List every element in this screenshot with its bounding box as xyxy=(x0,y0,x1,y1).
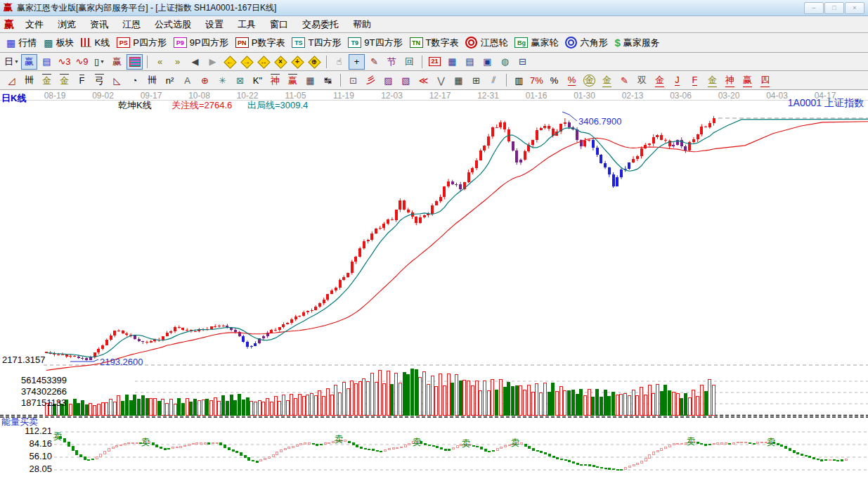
menu-item-2[interactable]: 浏览 xyxy=(51,17,83,32)
candle-style-icon[interactable]: ▯▼ xyxy=(91,54,108,70)
crosshair-icon[interactable]: + xyxy=(349,54,365,70)
gann-node-icon[interactable]: 节 xyxy=(384,54,400,70)
t-table-button[interactable]: TNT数字表 xyxy=(410,37,459,49)
target-cross-icon[interactable]: ⊕ xyxy=(197,72,213,88)
expand-x-icon[interactable]: ↔ xyxy=(256,54,271,70)
fan-box-1-icon[interactable]: ▨ xyxy=(380,72,396,88)
winner-wheel-button[interactable]: Bg赢家轮 xyxy=(514,37,558,49)
shen-grid-icon[interactable]: 神 xyxy=(267,72,283,88)
sectors-button[interactable]: ▩板块 xyxy=(44,37,74,49)
calendar-icon[interactable]: 21 xyxy=(427,54,443,70)
ying-angle-icon[interactable]: 赢 xyxy=(739,72,756,88)
next-bar-icon[interactable]: ▶ xyxy=(205,54,221,70)
circle-ruler-icon[interactable]: ◔ xyxy=(127,72,143,88)
menu-item-4[interactable]: 江恩 xyxy=(115,17,148,32)
star-web-icon[interactable]: ✳ xyxy=(214,72,231,88)
brush-icon[interactable]: ✎ xyxy=(616,72,633,88)
shen-angle-icon[interactable]: 神 xyxy=(722,72,738,88)
mirror-a-icon[interactable]: A xyxy=(179,72,195,88)
9p-square-button[interactable]: P99P四方形 xyxy=(174,37,228,49)
chart-canvas[interactable]: 卖卖卖卖卖卖卖卖 xyxy=(0,90,868,479)
ying-grid-icon[interactable]: 赢 xyxy=(285,72,301,88)
info-list-icon[interactable]: ▤ xyxy=(39,54,55,70)
zoom-in-icon[interactable]: + xyxy=(290,54,305,70)
angle-lines-icon[interactable]: ≪ xyxy=(415,72,432,88)
p-square-button[interactable]: PSP四方形 xyxy=(117,37,167,49)
web-sync-icon[interactable]: ◍ xyxy=(497,54,513,70)
spiral-tool-icon[interactable]: 回 xyxy=(401,54,417,70)
v-dotted-icon[interactable]: ⋁ xyxy=(433,72,449,88)
percent-lines-icon[interactable]: % xyxy=(564,72,580,88)
9t-square-button[interactable]: T99T四方形 xyxy=(348,37,402,49)
maximize-button[interactable]: □ xyxy=(824,2,844,14)
box-fence-icon[interactable]: ⊡ xyxy=(345,72,361,88)
si-angle-icon[interactable]: 四 xyxy=(757,72,773,88)
minimize-button[interactable]: ‒ xyxy=(804,2,824,14)
menu-item-3[interactable]: 资讯 xyxy=(83,17,115,32)
fan-box-2-icon[interactable]: ▧ xyxy=(398,72,414,88)
gold-angle-icon[interactable]: 金 xyxy=(652,72,668,88)
span-arrows-icon[interactable]: ↹ xyxy=(320,72,336,88)
save-icon[interactable]: ▣ xyxy=(479,54,495,70)
quotes-button[interactable]: ▦行情 xyxy=(6,37,37,49)
period-day-icon[interactable]: 日▼ xyxy=(4,54,20,70)
drag-hand-icon[interactable]: ☝ xyxy=(331,54,347,70)
t-square-button[interactable]: TST四方形 xyxy=(292,37,341,49)
percent-icon[interactable]: % xyxy=(546,72,562,88)
compress-x-icon[interactable]: × xyxy=(273,54,288,70)
menu-item-1[interactable]: 文件 xyxy=(18,17,51,32)
memo-icon[interactable]: ▤ xyxy=(462,54,478,70)
web-box-icon[interactable]: ⊠ xyxy=(232,72,248,88)
grid-123-icon[interactable]: ▦ xyxy=(302,72,318,88)
f-grid-icon[interactable]: F xyxy=(74,72,90,88)
first-bar-icon[interactable]: « xyxy=(152,54,168,70)
percent-7-icon[interactable]: 7% xyxy=(529,72,545,88)
shift-left-icon[interactable]: ← xyxy=(222,54,238,70)
gold-lines-icon[interactable]: 金 xyxy=(599,72,615,88)
gann-wheel-button[interactable]: 江恩轮 xyxy=(465,37,507,49)
winner-red-icon[interactable]: 赢 xyxy=(109,54,125,70)
gold-angle-2-icon[interactable]: 金 xyxy=(704,72,720,88)
cycle-3-icon[interactable]: ∿3 xyxy=(56,54,72,70)
zoom-all-icon[interactable]: ⊕ xyxy=(306,54,322,70)
remote-pc-icon[interactable]: ⊟ xyxy=(514,54,531,70)
k-marks-icon[interactable]: K" xyxy=(250,72,266,88)
p-table-button[interactable]: PNP数字表 xyxy=(235,37,285,49)
kline-button[interactable]: K线 xyxy=(81,37,110,49)
menu-item-7[interactable]: 工具 xyxy=(231,17,263,32)
ray-fan-icon[interactable]: 彡 xyxy=(363,72,379,88)
menu-item-8[interactable]: 窗口 xyxy=(263,17,295,32)
last-bar-icon[interactable]: » xyxy=(169,54,186,70)
dark-grid-1-icon[interactable]: ▦ xyxy=(451,72,467,88)
prev-bar-icon[interactable]: ◀ xyxy=(187,54,203,70)
menu-item-6[interactable]: 设置 xyxy=(198,17,231,32)
shift-right-icon[interactable]: → xyxy=(239,54,254,70)
close-button[interactable]: × xyxy=(845,2,864,14)
gold-grid-1-icon[interactable]: 金 xyxy=(39,72,55,88)
winner-service-button[interactable]: $赢家服务 xyxy=(614,37,659,49)
cycle-9-icon[interactable]: ∿9 xyxy=(74,54,90,70)
n-squared-icon[interactable]: n² xyxy=(162,72,178,88)
angle-compass-icon[interactable]: ◿ xyxy=(4,72,20,88)
calculator-icon[interactable]: ▦ xyxy=(444,54,460,70)
histogram-view-icon[interactable] xyxy=(127,54,143,70)
menu-item-9[interactable]: 交易委托 xyxy=(295,17,346,32)
f-angle-icon[interactable]: F xyxy=(687,72,703,88)
compass-2-icon[interactable]: ◺ xyxy=(109,72,125,88)
j-angle-icon[interactable]: J xyxy=(669,72,685,88)
hexagon-button[interactable]: 六角形 xyxy=(565,37,607,49)
slash-lines-icon[interactable]: ⫽ xyxy=(486,72,502,88)
chart-area[interactable]: 卖卖卖卖卖卖卖卖 08-1909-0209-1710-0810-2211-051… xyxy=(0,90,868,479)
draw-line-icon[interactable]: ✎ xyxy=(366,54,382,70)
double-wave-icon[interactable]: 双 xyxy=(634,72,650,88)
dark-grid-2-icon[interactable]: ⊞ xyxy=(468,72,484,88)
scale-ruler-icon[interactable]: ▥ xyxy=(511,72,527,88)
gold-grid-2-icon[interactable]: 金 xyxy=(56,72,72,88)
gann-grid-icon[interactable]: 卌 xyxy=(21,72,37,88)
winner-view-icon[interactable]: 赢 xyxy=(21,54,37,70)
gold-circle-icon[interactable]: 金 xyxy=(581,72,597,88)
menu-item-10[interactable]: 帮助 xyxy=(346,17,378,32)
bow-grid-icon[interactable]: 弓 xyxy=(91,72,108,88)
fence-icon[interactable]: 卌 xyxy=(144,72,160,88)
menu-item-5[interactable]: 公式选股 xyxy=(148,17,198,32)
